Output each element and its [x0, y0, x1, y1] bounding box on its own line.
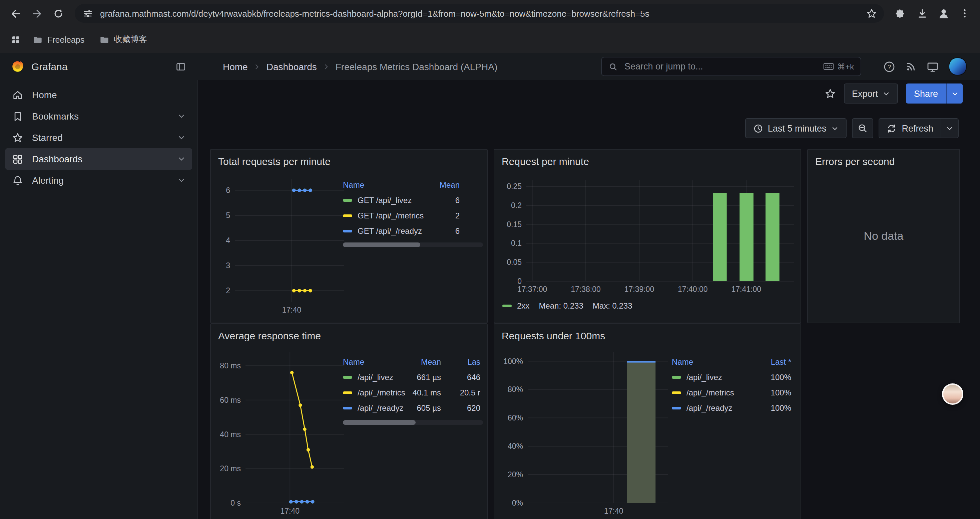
assistant-avatar-widget[interactable] — [942, 383, 963, 405]
scrollbar-thumb[interactable] — [343, 243, 420, 247]
series-mean: 661 µs — [417, 369, 441, 385]
legend-scrollbar[interactable] — [343, 243, 483, 247]
refresh-split-button: Refresh — [878, 118, 959, 138]
series-name[interactable]: /api/_livez — [686, 372, 722, 382]
tv-kiosk-icon[interactable] — [927, 61, 939, 72]
grafana-app: Grafana Home Dashboards Freeleaps Metric… — [0, 53, 980, 519]
reload-button[interactable] — [48, 3, 68, 23]
help-icon[interactable]: ? — [883, 61, 895, 72]
time-range-picker[interactable]: Last 5 minutes — [745, 118, 846, 138]
legend-row: GET /api/_/metrics 2 — [343, 208, 483, 223]
chevron-down-icon[interactable] — [177, 112, 185, 120]
series-name[interactable]: GET /api/_/metrics — [358, 211, 424, 220]
search-bar[interactable]: ⌘+k — [601, 57, 861, 76]
sidebar-item-starred[interactable]: Starred — [5, 127, 192, 148]
time-range-label: Last 5 minutes — [768, 123, 827, 133]
series-color-green — [343, 199, 352, 201]
requests-under-100ms-chart[interactable]: 100%80%60%40%20%0%17:40 — [501, 349, 669, 517]
svg-text:0.1: 0.1 — [511, 239, 522, 248]
mega-menu-toggle[interactable] — [172, 58, 189, 75]
panel-title[interactable]: Errors per second — [815, 156, 895, 167]
legend-header-mean[interactable]: Mean — [440, 178, 460, 192]
refresh-interval-button[interactable] — [941, 119, 958, 137]
legend-header-name[interactable]: Name — [343, 357, 364, 367]
bookmarks-bar: Freeleaps 收藏博客 — [0, 27, 980, 53]
chevron-down-icon — [883, 90, 890, 97]
series-name[interactable]: /api/_/metrics — [686, 388, 734, 397]
series-name[interactable]: /api/_livez — [358, 372, 393, 382]
svg-text:0%: 0% — [512, 498, 523, 507]
share-menu-button[interactable] — [946, 83, 963, 104]
chevron-down-icon — [946, 125, 953, 132]
site-settings-icon[interactable] — [83, 8, 93, 18]
bookmark-folder-blogs[interactable]: 收藏博客 — [93, 31, 153, 48]
search-input[interactable] — [623, 61, 818, 72]
svg-text:17:40: 17:40 — [282, 306, 302, 314]
user-avatar[interactable] — [949, 57, 967, 75]
series-last: 100% — [771, 385, 791, 400]
average-response-time-chart[interactable]: 80 ms60 ms40 ms20 ms0 s17:40 — [218, 349, 345, 517]
total-requests-chart[interactable]: 6543217:40 — [218, 176, 345, 316]
profile-icon — [937, 7, 950, 20]
series-name[interactable]: GET /api/_/readyz — [358, 226, 422, 235]
breadcrumb-dashboards[interactable]: Dashboards — [267, 61, 317, 72]
chevron-down-icon[interactable] — [177, 155, 185, 163]
bookmark-folder-label: Freeleaps — [48, 35, 84, 45]
downloads-button[interactable] — [912, 3, 932, 23]
sidebar-item-alerting[interactable]: Alerting — [5, 170, 192, 191]
legend-header-name[interactable]: Name — [343, 180, 364, 190]
legend-header-name[interactable]: Name — [672, 357, 693, 367]
apps-grid-button[interactable] — [7, 31, 24, 48]
series-mean: 605 µs — [417, 400, 441, 415]
chevron-down-icon[interactable] — [177, 134, 185, 142]
series-name[interactable]: /api/_/readyz — [686, 403, 732, 412]
panel-title[interactable]: Total requests per minute — [218, 156, 331, 167]
keyboard-icon — [823, 63, 834, 70]
no-data-message: No data — [808, 230, 959, 243]
scrollbar-thumb[interactable] — [343, 420, 415, 425]
breadcrumb-home[interactable]: Home — [223, 61, 248, 72]
url-input[interactable] — [99, 8, 860, 19]
forward-button[interactable] — [27, 3, 47, 23]
legend-row: /api/_/readyz 605 µs 620 — [343, 400, 483, 415]
panel-title[interactable]: Request per minute — [502, 156, 589, 167]
sidebar-item-dashboards[interactable]: Dashboards — [5, 148, 192, 170]
export-button[interactable]: Export — [844, 83, 898, 104]
sidebar-item-bookmarks[interactable]: Bookmarks — [5, 105, 192, 127]
browser-menu-button[interactable] — [955, 3, 975, 23]
svg-text:17:40:00: 17:40:00 — [678, 285, 708, 294]
zoom-out-button[interactable] — [851, 118, 873, 138]
panel-title[interactable]: Average response time — [218, 330, 321, 341]
series-name[interactable]: /api/_/metrics — [358, 388, 405, 397]
series-color-green — [343, 376, 352, 378]
back-button[interactable] — [5, 3, 25, 23]
address-bar[interactable] — [75, 4, 884, 23]
series-name[interactable]: GET /api/_livez — [358, 195, 412, 205]
extensions-button[interactable] — [891, 3, 911, 23]
legend-header-last[interactable]: Last * — [771, 355, 791, 369]
svg-text:17:38:00: 17:38:00 — [571, 285, 601, 294]
legend-scrollbar[interactable] — [343, 420, 483, 425]
grafana-logo[interactable] — [11, 59, 25, 73]
series-mean: 2 — [455, 208, 460, 223]
legend-header-mean[interactable]: Mean — [421, 355, 441, 369]
favorite-star-icon[interactable] — [824, 88, 836, 99]
news-rss-icon[interactable] — [905, 61, 916, 72]
series-color-green — [502, 305, 512, 307]
profile-button[interactable] — [933, 3, 953, 23]
share-button[interactable]: Share — [906, 83, 946, 104]
refresh-button[interactable]: Refresh — [879, 119, 941, 137]
series-2xx[interactable]: 2xx — [502, 301, 529, 311]
chevron-down-icon[interactable] — [177, 176, 185, 184]
panel-title[interactable]: Requests under 100ms — [502, 330, 605, 341]
series-name[interactable]: /api/_/readyz — [358, 403, 403, 412]
bookmark-star-icon[interactable] — [866, 8, 877, 19]
legend-row: /api/_/readyz 100% — [672, 400, 802, 415]
sidebar-item-home[interactable]: Home — [5, 84, 192, 105]
legend-row: /api/_livez 100% — [672, 369, 802, 385]
request-per-minute-chart[interactable]: 0.250.20.150.10.05017:37:0017:38:0017:39… — [501, 178, 795, 296]
bookmark-folder-freeleaps[interactable]: Freeleaps — [27, 31, 91, 48]
dashboard-header: Export Share — [198, 80, 980, 107]
legend-header-last[interactable]: Las — [467, 355, 480, 369]
share-label: Share — [914, 88, 938, 99]
